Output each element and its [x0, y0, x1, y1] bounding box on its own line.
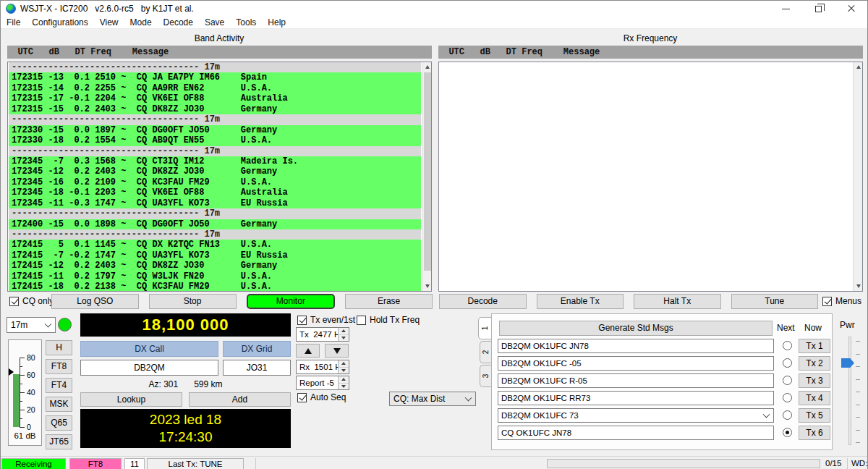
- scroll-down-icon[interactable]: [854, 282, 863, 291]
- menu-view[interactable]: View: [94, 17, 124, 28]
- spinner-arrows[interactable]: [338, 328, 349, 341]
- decode-row[interactable]: 172415 -12 0.2 2403 ~ CQ DK8ZZ JO30 Germ…: [9, 261, 421, 271]
- mode-button-q65[interactable]: Q65: [46, 415, 72, 431]
- menu-file[interactable]: File: [1, 17, 26, 28]
- tx-offset-spinner[interactable]: Tx 2477 Hz: [296, 327, 349, 342]
- report-spinner[interactable]: Report -5: [296, 376, 349, 390]
- band-select[interactable]: 17m: [7, 317, 56, 333]
- close-button[interactable]: [835, 1, 867, 17]
- band-activity-scrollbar[interactable]: [422, 62, 431, 291]
- add-button[interactable]: Add: [189, 392, 291, 407]
- dx-grid-field[interactable]: JO31: [223, 360, 291, 376]
- tune-button[interactable]: Tune: [731, 294, 819, 309]
- menus-checkbox[interactable]: Menus: [822, 296, 861, 306]
- decode-row[interactable]: 172315 -13 0.1 2510 ~ CQ JA EA7PY IM66 S…: [9, 72, 421, 83]
- decode-row[interactable]: 172415 5 0.1 1145 ~ CQ DX K2TQC FN13 U.S…: [9, 240, 421, 250]
- tx-message-field-6[interactable]: CQ OK1UFC JN78: [498, 426, 774, 440]
- tx-even-checkbox[interactable]: Tx even/1st: [297, 315, 355, 325]
- decode-separator-row[interactable]: ------------------------------------ 17m: [9, 114, 421, 124]
- decode-row[interactable]: 172345 -18 -0.1 2203 ~ CQ VK6EI OF88 Aus…: [9, 187, 421, 198]
- tx-message-field-3[interactable]: DB2QM OK1UFC R-05: [498, 373, 774, 388]
- mode-button-msk[interactable]: MSK: [46, 397, 72, 412]
- tx5-button[interactable]: Tx 5: [799, 408, 830, 423]
- scroll-up-icon[interactable]: [854, 62, 863, 72]
- mode-button-jt65[interactable]: JT65: [46, 434, 72, 449]
- decode-separator-row[interactable]: ------------------------------------ 17m: [9, 62, 421, 72]
- next-radio-6[interactable]: [783, 428, 792, 437]
- decode-row[interactable]: 172315 -15 0.2 2403 ~ CQ DK8ZZ JO30 Germ…: [9, 104, 421, 114]
- tx1-button[interactable]: Tx 1: [799, 339, 830, 353]
- next-radio-1[interactable]: [783, 341, 792, 350]
- scroll-up-icon[interactable]: [422, 62, 432, 72]
- decode-row[interactable]: 172415 -7 -0.2 1747 ~ CQ UA3YFL KO73 EU …: [9, 250, 421, 261]
- decode-row[interactable]: 172345 -16 0.2 2109 ~ CQ KC3FAU FM29 U.S…: [9, 177, 421, 187]
- decode-row[interactable]: 172345 -12 0.2 2403 ~ CQ DK8ZZ JO30 Germ…: [9, 166, 421, 177]
- rx-frequency-scrollbar[interactable]: [853, 62, 862, 291]
- menu-decode[interactable]: Decode: [158, 17, 199, 28]
- decode-row[interactable]: 172315 -17 -0.1 2204 ~ CQ VK6EI OF88 Aus…: [9, 93, 421, 103]
- mode-button-ft4[interactable]: FT4: [46, 378, 72, 393]
- menu-mode[interactable]: Mode: [124, 17, 158, 28]
- scrollbar-thumb[interactable]: [424, 72, 431, 271]
- monitor-button[interactable]: Monitor: [247, 294, 336, 309]
- tx-message-field-1[interactable]: DB2QM OK1UFC JN78: [498, 339, 774, 353]
- decode-row[interactable]: 172415 -11 0.2 1797 ~ CQ W3LJK FN20 U.S.…: [9, 271, 421, 282]
- pwr-slider-handle[interactable]: [841, 358, 854, 368]
- next-radio-3[interactable]: [783, 376, 792, 385]
- decode-button[interactable]: Decode: [439, 294, 527, 309]
- message-tab-1[interactable]: 1: [478, 317, 491, 339]
- next-radio-4[interactable]: [783, 393, 792, 402]
- tx4-button[interactable]: Tx 4: [799, 391, 830, 405]
- frequency-display[interactable]: 18,100 000: [80, 313, 291, 337]
- next-radio-5[interactable]: [783, 410, 792, 420]
- tx-up-button[interactable]: [296, 344, 320, 358]
- auto-seq-checkbox[interactable]: Auto Seq: [297, 392, 346, 402]
- decode-separator-row[interactable]: ------------------------------------ 17m: [9, 229, 421, 240]
- mode-button-h[interactable]: H: [46, 340, 72, 355]
- menu-save[interactable]: Save: [199, 17, 230, 28]
- menu-tools[interactable]: Tools: [230, 17, 262, 28]
- menu-configurations[interactable]: Configurations: [26, 17, 93, 28]
- cq-only-checkbox[interactable]: CQ only: [9, 296, 54, 306]
- log-qso-button[interactable]: Log QSO: [51, 294, 139, 309]
- erase-button[interactable]: Erase: [345, 294, 433, 309]
- pwr-slider-track[interactable]: [848, 337, 851, 445]
- next-radio-2[interactable]: [783, 358, 792, 368]
- spinner-arrows[interactable]: [338, 360, 349, 373]
- decode-row[interactable]: 172415 -18 0.2 2138 ~ CQ KC3FAU FM29 U.S…: [9, 282, 421, 292]
- tx2-button[interactable]: Tx 2: [799, 356, 830, 371]
- minimize-button[interactable]: [770, 1, 802, 17]
- tx6-button[interactable]: Tx 6: [799, 426, 830, 440]
- hold-tx-freq-checkbox[interactable]: Hold Tx Freq: [357, 315, 420, 325]
- restore-button[interactable]: [802, 1, 835, 17]
- meter-tick: [20, 392, 25, 393]
- scroll-down-icon[interactable]: [422, 282, 432, 291]
- lookup-button[interactable]: Lookup: [80, 392, 182, 407]
- halt-tx-button[interactable]: Halt Tx: [634, 294, 721, 309]
- tx-down-button[interactable]: [325, 344, 349, 358]
- decode-separator-row[interactable]: ------------------------------------ 17m: [9, 146, 421, 156]
- tx-message-field-5[interactable]: DB2QM OK1UFC 73: [498, 408, 774, 423]
- dx-call-field[interactable]: DB2QM: [80, 360, 218, 376]
- message-tab-3[interactable]: 3: [480, 365, 491, 387]
- menu-help[interactable]: Help: [262, 17, 292, 28]
- decode-row[interactable]: 172400 -15 0.0 1898 ~ CQ DG0OFT JO50 Ger…: [9, 219, 421, 229]
- tx3-button[interactable]: Tx 3: [799, 373, 830, 388]
- message-tab-2[interactable]: 2: [480, 341, 491, 363]
- tx-message-field-4[interactable]: DB2QM OK1UFC RR73: [498, 391, 774, 405]
- rx-offset-spinner[interactable]: Rx 1501 Hz: [296, 360, 349, 374]
- decode-row[interactable]: 172345 -11 -0.3 1747 ~ CQ UA3YFL KO73 EU…: [9, 198, 421, 208]
- decode-row[interactable]: 172330 -15 0.0 1897 ~ CQ DG0OFT JO50 Ger…: [9, 125, 421, 135]
- tx-message-field-2[interactable]: DB2QM OK1UFC -05: [498, 356, 774, 371]
- decode-row[interactable]: 172315 -14 0.2 2255 ~ CQ AA9RR EN62 U.S.…: [9, 83, 421, 93]
- decode-separator-row[interactable]: ------------------------------------ 17m: [9, 208, 421, 219]
- cq-mode-select[interactable]: CQ: Max Dist: [389, 392, 476, 406]
- rig-status-lamp[interactable]: [58, 318, 72, 331]
- stop-button[interactable]: Stop: [149, 294, 237, 309]
- spinner-arrows[interactable]: [338, 376, 349, 389]
- enable-tx-button[interactable]: Enable Tx: [537, 294, 624, 309]
- decode-row[interactable]: 172345 -7 0.3 1568 ~ CQ CT3IQ IM12 Madei…: [9, 156, 421, 166]
- decode-row[interactable]: 172330 -18 0.2 1554 ~ CQ AB9QT EN55 U.S.…: [9, 135, 421, 145]
- mode-button-ft8[interactable]: FT8: [46, 359, 72, 374]
- generate-std-msgs-button[interactable]: Generate Std Msgs: [499, 321, 773, 336]
